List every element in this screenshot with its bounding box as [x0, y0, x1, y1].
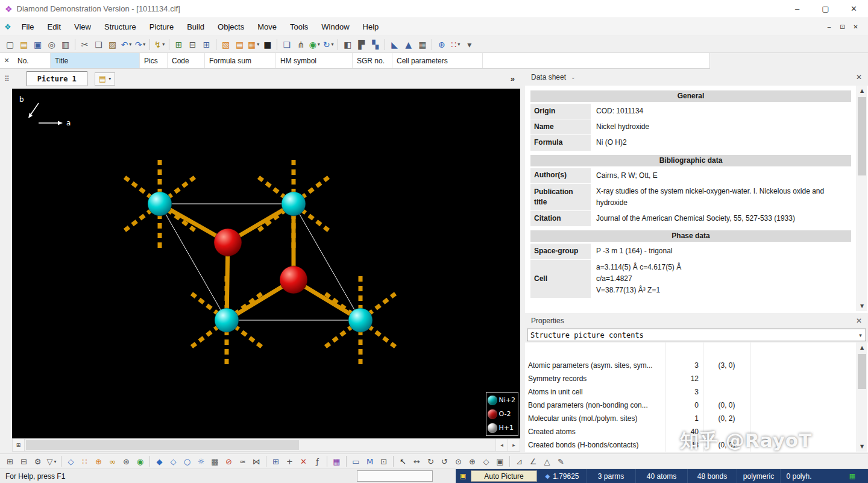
tab-picture-1[interactable]: Picture 1 — [27, 71, 87, 86]
copy-picture-icon[interactable]: ❏ — [280, 37, 294, 52]
column-header[interactable]: SGR no. — [353, 53, 392, 68]
camera-icon[interactable]: ▣ — [493, 454, 507, 469]
frame-icon[interactable]: ▭ — [349, 454, 363, 469]
distances-table-icon[interactable]: ⊟ — [186, 37, 200, 52]
new-window-icon[interactable]: ⊞ — [269, 454, 283, 469]
filter-icon[interactable]: ▽▾ — [45, 454, 58, 469]
label-m-icon[interactable]: M — [363, 454, 377, 469]
scrollbar-thumb[interactable] — [858, 97, 866, 175]
minimize-button[interactable]: – — [783, 0, 811, 17]
menu-item[interactable]: Objects — [211, 18, 251, 36]
menu-item[interactable]: Window — [315, 18, 356, 36]
canvas-scrollbar[interactable]: ⊞ ◂ ▸ — [12, 438, 520, 452]
ring-search-icon[interactable]: ○ — [180, 454, 194, 469]
torsion-icon[interactable]: △ — [540, 454, 554, 469]
find-icon[interactable]: ◎ — [45, 37, 58, 52]
column-header[interactable]: Pics — [140, 53, 168, 68]
data-sheet-scrollbar[interactable]: ▲ ▼ — [857, 86, 867, 311]
delete-atoms-icon[interactable]: ✕ — [297, 454, 310, 469]
copy-icon[interactable]: ❏ — [92, 37, 105, 52]
layout-grid-icon[interactable]: ▚ — [368, 37, 382, 52]
scroll-right-icon[interactable]: ▸ — [508, 439, 520, 451]
scroll-up-icon[interactable]: ▲ — [857, 86, 867, 96]
column-header[interactable]: Formula sum — [205, 53, 276, 68]
menu-item[interactable]: View — [68, 18, 98, 36]
coordination-icon[interactable]: ⊛ — [119, 454, 133, 469]
save-icon[interactable]: ▣ — [31, 37, 45, 52]
scroll-up-icon[interactable]: ▲ — [857, 343, 867, 353]
ruler-icon[interactable]: ⊿ — [512, 454, 526, 469]
column-header[interactable]: HM symbol — [276, 53, 353, 68]
data-sheet-icon[interactable]: ⊞ — [172, 37, 186, 52]
zoom-icon[interactable]: ⊕ — [465, 454, 479, 469]
dropdown-caret-icon[interactable]: ▾ — [458, 42, 460, 47]
scrollbar-track[interactable] — [25, 439, 495, 451]
properties-scrollbar[interactable]: ▲ ▼ — [857, 343, 867, 452]
unit-cell-icon[interactable]: ◇ — [64, 454, 78, 469]
layout-top-icon[interactable]: ▛ — [354, 37, 368, 52]
scrollbar-thumb[interactable] — [858, 354, 866, 389]
picture-mode-icon[interactable]: ▣ — [456, 469, 470, 483]
open-folder-icon[interactable]: ▤ — [17, 37, 31, 52]
aromatic-ring-icon[interactable]: ☼ — [194, 454, 208, 469]
angle-icon[interactable]: ∠ — [526, 454, 540, 469]
column-header[interactable]: Title — [51, 53, 140, 68]
pan-view-icon[interactable]: ↔ — [410, 454, 424, 469]
polyhedron-filled-icon[interactable]: ◆ — [153, 454, 166, 469]
structure-tree-icon[interactable]: ⋔ — [294, 37, 307, 52]
properties-header[interactable]: Properties ✕ — [525, 313, 868, 329]
scroll-left-icon[interactable]: ◂ — [495, 439, 508, 451]
property-row[interactable]: Symmetry records 12 — [525, 372, 856, 385]
redo-icon[interactable]: ↷▾ — [133, 37, 147, 52]
menu-item[interactable]: Help — [356, 18, 386, 36]
close-icon[interactable]: ✕ — [856, 73, 862, 81]
close-icon[interactable]: ✕ — [0, 53, 13, 68]
scroll-down-icon[interactable]: ▼ — [857, 301, 867, 311]
center-atom-icon[interactable]: ◉ — [133, 454, 147, 469]
dropdown-caret-icon[interactable]: ▾ — [54, 459, 56, 464]
panel-icon[interactable]: ⊡ — [377, 454, 391, 469]
viewpoint-icon[interactable]: ◇ — [479, 454, 493, 469]
chart-icon[interactable]: ◣ — [388, 37, 401, 52]
tools-icon[interactable]: ⚙ — [31, 454, 45, 469]
maximize-button[interactable]: ▢ — [811, 0, 840, 17]
render-image-icon[interactable]: ■ — [260, 37, 274, 52]
toolbar-options-icon[interactable]: ▾ — [462, 37, 476, 52]
pattern-icon[interactable]: ▦ — [330, 454, 344, 469]
menu-item[interactable]: Structure — [98, 18, 143, 36]
dropdown-caret-icon[interactable]: ▾ — [143, 42, 145, 47]
close-icon[interactable]: ✕ — [856, 317, 862, 325]
connect-atoms-icon[interactable]: ∞ — [105, 454, 119, 469]
spin-z-icon[interactable]: ⊙ — [451, 454, 465, 469]
grid-status-icon[interactable]: ▦ — [845, 469, 860, 483]
menu-item[interactable]: Edit — [41, 18, 68, 36]
structure-view[interactable]: ba — [12, 89, 520, 438]
rotate-tools-icon[interactable]: ↻▾ — [321, 37, 335, 52]
menu-item[interactable]: File — [15, 18, 41, 36]
cut-icon[interactable]: ✂ — [78, 37, 92, 52]
h-bonds-icon[interactable]: ≈ — [236, 454, 250, 469]
layout-left-icon[interactable]: ◧ — [341, 37, 354, 52]
menu-item[interactable]: Picture — [143, 18, 180, 36]
move-atoms-icon[interactable]: + — [283, 454, 297, 469]
picture-folder-button[interactable]: ▤ ▾ — [95, 72, 115, 86]
new-document-icon[interactable]: ▢ — [3, 37, 17, 52]
menu-item[interactable]: Build — [180, 18, 211, 36]
break-bonds-icon[interactable]: ⊘ — [222, 454, 236, 469]
print-icon[interactable]: ▥ — [58, 37, 72, 52]
tile-windows-icon[interactable]: ⊟ — [17, 454, 31, 469]
properties-table-icon[interactable]: ⊞ — [200, 37, 213, 52]
close-button[interactable]: ✕ — [840, 0, 868, 17]
scroll-down-icon[interactable]: ▼ — [857, 441, 867, 452]
table-pane-icon[interactable]: ⊞ — [3, 454, 17, 469]
property-row[interactable]: Atoms in unit cell 3 — [525, 385, 856, 399]
atom-style-icon[interactable]: ◉▾ — [307, 37, 321, 52]
picture-list-icon[interactable]: ▤ — [233, 37, 247, 52]
grid-toggle-icon[interactable]: ⊞ — [13, 439, 25, 451]
tab-overflow-icon[interactable]: » — [511, 74, 515, 83]
contacts-icon[interactable]: ⋈ — [250, 454, 263, 469]
table-view-icon[interactable]: ▦ — [415, 37, 429, 52]
property-row[interactable]: Bond parameters (non-bonding con... 0 (0… — [525, 399, 856, 412]
paste-icon[interactable]: ▨ — [105, 37, 119, 52]
child-close-button[interactable]: ✕ — [850, 22, 861, 32]
